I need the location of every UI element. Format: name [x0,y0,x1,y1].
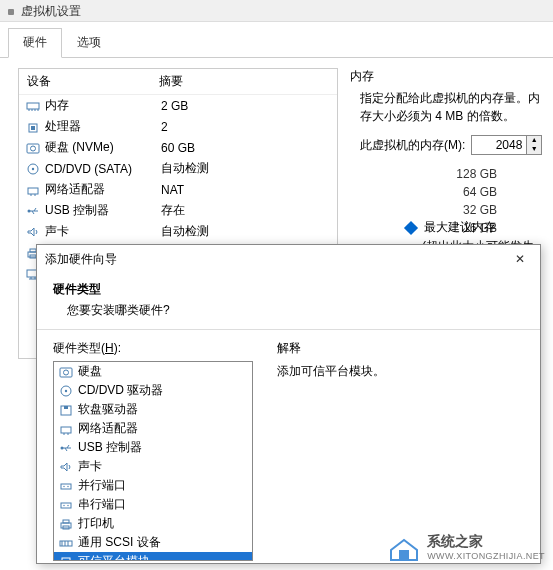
hw-row[interactable]: 内存2 GB [19,95,337,116]
hardware-type-item[interactable]: 打印机 [54,514,252,533]
wizard-title: 添加硬件向导 [45,251,117,268]
watermark-line1: 系统之家 [427,533,545,551]
disk-icon [58,365,74,379]
hardware-type-item[interactable]: 并行端口 [54,476,252,495]
cd-icon [58,384,74,398]
watermark-line2: WWW.XITONGZHIJIA.NET [427,551,545,561]
col-device: 设备 [19,73,159,90]
col-summary: 摘要 [159,73,337,90]
hardware-type-item-label: 声卡 [78,458,102,475]
hw-row-name: 硬盘 (NVMe) [45,139,161,156]
hardware-type-item-label: 通用 SCSI 设备 [78,534,161,551]
memory-spinner[interactable]: ▲▼ [527,135,542,155]
hw-row[interactable]: USB 控制器存在 [19,200,337,221]
hardware-type-item-label: 并行端口 [78,477,126,494]
memory-marker-icon [404,220,418,234]
watermark: 系统之家 WWW.XITONGZHIJIA.NET [387,532,545,562]
hardware-type-item[interactable]: 串行端口 [54,495,252,514]
usb-icon [58,441,74,455]
tab-options[interactable]: 选项 [62,28,116,57]
memory-group-label: 内存 [350,68,543,85]
close-button[interactable]: ✕ [508,249,532,269]
hw-row[interactable]: 网络适配器NAT [19,179,337,200]
hw-row-name: CD/DVD (SATA) [45,162,161,176]
svg-rect-37 [399,550,409,560]
hw-row-summary: 存在 [161,202,337,219]
usb-icon [25,204,41,218]
hardware-type-item-label: 可信平台模块 [78,553,150,561]
add-hardware-wizard: 添加硬件向导 ✕ 硬件类型 您要安装哪类硬件? 硬件类型(H): 硬盘CD/DV… [36,244,541,564]
hardware-type-item[interactable]: 网络适配器 [54,419,252,438]
sound-icon [25,225,41,239]
hardware-type-item[interactable]: CD/DVD 驱动器 [54,381,252,400]
cpu-icon [25,120,41,134]
hardware-type-item-label: 硬盘 [78,363,102,380]
hardware-type-item-label: 打印机 [78,515,114,532]
memory-tick: 64 GB [382,183,543,201]
hw-row-name: 网络适配器 [45,181,161,198]
wizard-subheading: 您要安装哪类硬件? [67,302,524,319]
hw-row-summary: 2 GB [161,99,337,113]
sound-icon [58,460,74,474]
memory-field-label: 此虚拟机的内存(M): [360,137,465,154]
network-icon [25,183,41,197]
hardware-type-item[interactable]: 可信平台模块 [54,552,252,561]
serial-icon [58,498,74,512]
hardware-type-item-label: 软盘驱动器 [78,401,138,418]
wizard-heading: 硬件类型 [53,281,524,298]
window-title: 虚拟机设置 [21,4,81,18]
hardware-type-label: 硬件类型(H): [53,340,253,357]
hardware-type-item[interactable]: USB 控制器 [54,438,252,457]
hw-row-name: 处理器 [45,118,161,135]
hardware-type-item-label: USB 控制器 [78,439,142,456]
hw-row[interactable]: CD/DVD (SATA)自动检测 [19,158,337,179]
close-icon: ✕ [515,252,525,266]
window-icon [8,9,14,15]
memory-tick: 128 GB [382,165,543,183]
hw-row-name: 声卡 [45,223,161,240]
hw-row[interactable]: 处理器2 [19,116,337,137]
hw-row-summary: 自动检测 [161,223,337,240]
hardware-type-item[interactable]: 声卡 [54,457,252,476]
parallel-icon [58,479,74,493]
hw-row[interactable]: 硬盘 (NVMe)60 GB [19,137,337,158]
memory-tick: 32 GB [382,201,543,219]
hw-row-name: USB 控制器 [45,202,161,219]
tab-strip: 硬件 选项 [0,22,553,58]
network-icon [58,422,74,436]
hardware-type-item[interactable]: 硬盘 [54,362,252,381]
disk-icon [25,141,41,155]
hw-row-summary: 2 [161,120,337,134]
printer-icon [58,517,74,531]
hw-row-summary: 自动检测 [161,160,337,177]
watermark-icon [387,532,421,562]
scsi-icon [58,536,74,550]
memory-description: 指定分配给此虚拟机的内存量。内存大小必须为 4 MB 的倍数。 [360,89,543,125]
hardware-type-item-label: CD/DVD 驱动器 [78,382,163,399]
tpm-icon [58,555,74,562]
hardware-type-item[interactable]: 软盘驱动器 [54,400,252,419]
memory-marker-max: 最大建议内存 [424,219,496,236]
hw-row[interactable]: 声卡自动检测 [19,221,337,242]
floppy-icon [58,403,74,417]
hw-row-summary: 60 GB [161,141,337,155]
hardware-type-list[interactable]: 硬盘CD/DVD 驱动器软盘驱动器网络适配器USB 控制器声卡并行端口串行端口打… [53,361,253,561]
hardware-type-item-label: 网络适配器 [78,420,138,437]
memory-input[interactable] [471,135,527,155]
hardware-type-item[interactable]: 通用 SCSI 设备 [54,533,252,552]
hw-row-name: 内存 [45,97,161,114]
explain-label: 解释 [277,340,385,357]
memory-icon [25,99,41,113]
explain-text: 添加可信平台模块。 [277,363,385,380]
hardware-type-item-label: 串行端口 [78,496,126,513]
cd-icon [25,162,41,176]
hw-row-summary: NAT [161,183,337,197]
tab-hardware[interactable]: 硬件 [8,28,62,58]
window-title-bar: 虚拟机设置 [0,0,553,22]
